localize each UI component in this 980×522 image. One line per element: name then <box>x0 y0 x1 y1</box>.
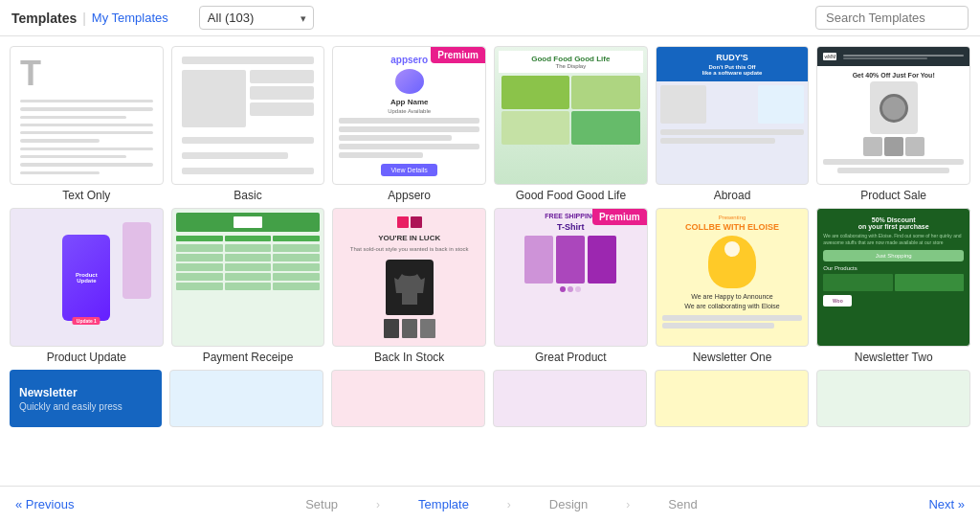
thumb-newsletter-one: Presenting COLLBE WITH ELOISE We are Hap… <box>656 208 810 347</box>
template-name-payment: Payment Receipe <box>203 351 294 364</box>
premium-badge: Premium <box>431 47 485 63</box>
basic-rect <box>182 152 288 159</box>
thumb-product-update: Product Update Update 1 <box>10 208 164 347</box>
gf-subtitle: The Display <box>502 63 639 69</box>
nl2-extra-img <box>855 295 874 306</box>
pay-header <box>176 213 321 232</box>
step-sep-2: › <box>507 498 511 511</box>
partial-card-2[interactable] <box>169 370 323 427</box>
pay-cell <box>176 263 223 271</box>
pay-label-cell <box>176 236 223 241</box>
appsero-heading: App Name <box>390 98 429 106</box>
line <box>339 118 479 124</box>
template-card-basic[interactable]: Basic <box>171 46 325 202</box>
template-name-basic: Basic <box>234 189 261 202</box>
newsletter-bottom-card[interactable]: Newsletter Quickly and easily press <box>10 370 162 427</box>
nl2-prod-img <box>895 274 964 291</box>
pay-row <box>176 263 321 271</box>
next-button[interactable]: Next » <box>928 497 965 511</box>
bis-thumb <box>402 319 417 338</box>
template-card-newsletter-one[interactable]: Presenting COLLBE WITH ELOISE We are Hap… <box>656 208 810 364</box>
template-card-payment[interactable]: Payment Receipe <box>171 208 325 364</box>
pay-label-cell <box>225 236 272 241</box>
pay-cell <box>225 273 272 281</box>
abroad-products <box>660 85 805 124</box>
partial-card-4[interactable] <box>493 370 647 427</box>
partial-card-6[interactable] <box>816 370 970 427</box>
template-name-appsero: Appsero <box>388 189 431 202</box>
line <box>660 129 805 135</box>
basic-right-col <box>250 70 314 127</box>
newsletter-selected-card[interactable]: Newsletter Quickly and easily press <box>10 370 162 427</box>
ps-nav-line <box>843 57 927 59</box>
nl2-woo-logo: Woo <box>823 295 852 306</box>
gf-food-item <box>501 76 569 109</box>
step-setup: Setup <box>305 497 338 511</box>
basic-rect <box>182 168 315 174</box>
basic-top-section <box>182 70 315 127</box>
nl2-button: Just Shopping <box>823 250 964 261</box>
abroad-product-img <box>758 85 804 124</box>
basic-rect <box>250 86 314 100</box>
template-card-appsero[interactable]: Premium appsero App Name Update Availabl… <box>332 46 486 202</box>
step-design: Design <box>549 497 588 511</box>
gf-food-item <box>501 111 569 145</box>
nl1-presenting: Presenting <box>719 215 746 220</box>
line <box>20 155 126 158</box>
gf-food-item <box>571 76 639 109</box>
nl2-prod-img <box>823 274 892 291</box>
thumb-text-only: T <box>10 46 164 185</box>
abroad-header: RUDY'S Don't Put this Offlike a software… <box>657 47 809 81</box>
thumb-appsero: Premium appsero App Name Update Availabl… <box>332 46 486 185</box>
divider: | <box>82 11 86 26</box>
newsletter-card-sub: Quickly and easily press <box>19 401 152 412</box>
abroad-product-img <box>660 85 706 124</box>
template-card-abroad[interactable]: RUDY'S Don't Put this Offlike a software… <box>656 46 810 202</box>
my-templates-link[interactable]: My Templates <box>92 11 168 25</box>
ps-thumb <box>863 137 882 156</box>
template-name-abroad: Abroad <box>714 189 751 202</box>
template-card-back-in-stock[interactable]: YOU'RE IN LUCK That sold-out style you w… <box>332 208 486 364</box>
step-sep-1: › <box>376 498 380 511</box>
template-card-text-only[interactable]: T Text Only <box>10 46 164 202</box>
pay-cell <box>176 273 223 281</box>
search-input[interactable] <box>815 6 969 30</box>
ps-small-images <box>863 137 924 156</box>
partial-card-3[interactable] <box>331 370 485 427</box>
step-template: Template <box>418 497 469 511</box>
thumb-great-product: Premium FREE SHIPPING T-Shirt <box>494 208 648 347</box>
gp-clothes <box>524 236 616 284</box>
pu-content: Product Update Update 1 <box>14 213 159 342</box>
pay-cell <box>176 254 223 261</box>
basic-rect <box>182 137 315 144</box>
pay-cell <box>176 283 223 290</box>
line <box>20 116 126 119</box>
pu-side-panel <box>122 222 151 299</box>
nl1-title: COLLBE WITH ELOISE <box>685 222 779 232</box>
wizard-steps: Setup › Template › Design › Send <box>74 497 928 511</box>
partial-card-5[interactable] <box>655 370 809 427</box>
ps-offer-text: Get 40% Off Just For You! <box>853 72 935 79</box>
appsero-logo: appsero <box>390 55 428 65</box>
abroad-product-img <box>709 85 755 124</box>
template-card-product-sale[interactable]: wMM Get 40% Off Just For You! <box>816 46 970 202</box>
step-send: Send <box>668 497 697 511</box>
pay-cell <box>225 283 272 290</box>
template-card-great-product[interactable]: Premium FREE SHIPPING T-Shirt Great Prod… <box>494 208 648 364</box>
filter-wrapper: All (103) Free Premium <box>184 6 314 30</box>
template-card-product-update[interactable]: Product Update Update 1 Product Update <box>10 208 164 364</box>
previous-button[interactable]: « Previous <box>15 497 74 511</box>
ps-watch-face <box>880 94 908 123</box>
appsero-lines <box>339 118 479 158</box>
filter-select[interactable]: All (103) Free Premium <box>199 6 314 30</box>
bis-thumb <box>420 319 435 338</box>
gp-clothing-item <box>524 236 553 284</box>
template-row-2: Product Update Update 1 Product Update <box>10 208 970 364</box>
template-card-newsletter-two[interactable]: 50% Discounton your first purchase We ar… <box>816 208 970 364</box>
header: Templates | My Templates All (103) Free … <box>0 0 980 36</box>
ps-header: wMM <box>817 47 969 66</box>
nl1-face <box>724 241 740 257</box>
nl2-product-imgs <box>823 274 964 291</box>
pay-cell <box>273 273 320 281</box>
template-card-good-food[interactable]: Good Food Good Life The Display Good Foo… <box>494 46 648 202</box>
